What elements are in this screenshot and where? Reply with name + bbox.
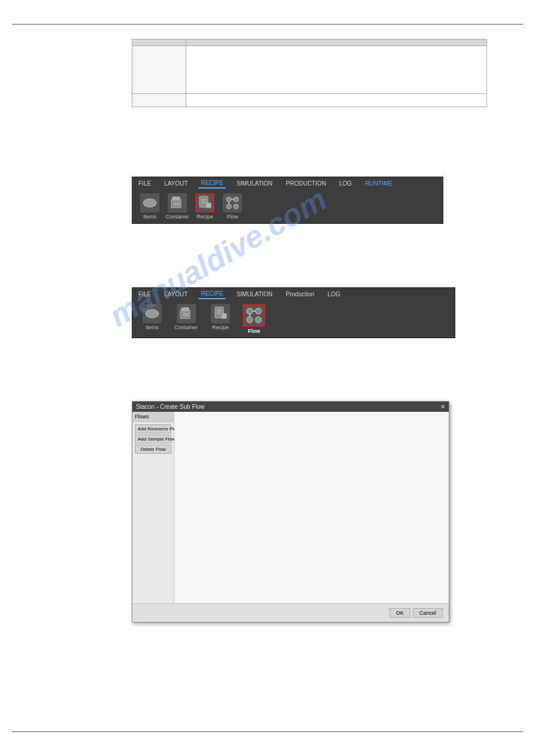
items-icon-1 [141, 195, 158, 211]
recipe-label-2: Recipe [212, 324, 229, 330]
svg-point-15 [234, 204, 238, 209]
container-icon-2 [178, 305, 195, 322]
delete-flow-button[interactable]: Delete Flow [135, 445, 171, 454]
toolbar-icon-flow-2[interactable]: Flow [238, 304, 270, 334]
dialog-action-row: OK Cancel [135, 606, 446, 620]
svg-point-18 [146, 309, 159, 318]
ok-button[interactable]: OK [389, 608, 410, 618]
container-label-2: Container [174, 324, 198, 330]
items-label-2: Items [146, 324, 159, 330]
toolbar-icons-2: Items Container [132, 300, 455, 338]
items-label-1: Items [143, 214, 156, 220]
table-row [132, 46, 487, 94]
flow-icon-2 [244, 305, 264, 326]
svg-point-0 [143, 199, 156, 207]
dialog-main [174, 412, 449, 603]
svg-point-33 [255, 317, 261, 323]
container-icon-box-1 [168, 193, 187, 212]
svg-rect-27 [222, 314, 226, 318]
menu-runtime-1[interactable]: RUNTIME [362, 179, 395, 188]
menu-recipe-2[interactable]: RECIPE [198, 289, 225, 299]
menu-log-2[interactable]: LOG [325, 290, 343, 299]
table-row [132, 94, 487, 107]
table-cell-label-1 [132, 46, 186, 94]
data-table [132, 39, 487, 107]
menu-layout-2[interactable]: LAYOUT [162, 290, 190, 299]
dialog-section: Stacon - Create Sub Flow ✕ Flows Add Res… [132, 401, 487, 623]
close-icon[interactable]: ✕ [440, 403, 445, 410]
cancel-button[interactable]: Cancel [413, 608, 443, 618]
dialog-title: Stacon - Create Sub Flow [136, 403, 205, 410]
items-icon-box-2 [143, 304, 162, 323]
container-icon-box-2 [177, 304, 196, 323]
top-rule [12, 24, 523, 25]
flow-icon-box-2 [243, 304, 265, 327]
flow-icon-box-1 [223, 193, 242, 212]
svg-point-13 [234, 197, 238, 202]
recipe-icon-box-1 [195, 193, 214, 212]
recipe-icon-1 [197, 195, 213, 211]
menu-layout-1[interactable]: LAYOUT [162, 179, 190, 188]
toolbar-icon-recipe-2[interactable]: Recipe [205, 304, 236, 330]
menubar-1: FILE LAYOUT RECIPE SIMULATION PRODUCTION… [132, 177, 443, 190]
svg-point-14 [226, 204, 231, 209]
svg-rect-1 [171, 199, 181, 208]
items-icon-2 [144, 305, 161, 322]
toolbar-icon-recipe-1[interactable]: Recipe [192, 193, 217, 220]
toolbar-image-2: FILE LAYOUT RECIPE SIMULATION Production… [132, 287, 455, 338]
toolbar-icon-flow-1[interactable]: Flow [220, 193, 245, 220]
dialog-titlebar: Stacon - Create Sub Flow ✕ [132, 402, 449, 412]
toolbar-icons-1: Items Container [132, 190, 443, 223]
recipe-icon-2 [212, 305, 229, 322]
menu-file-2[interactable]: FILE [136, 290, 153, 299]
table-cell-label-2 [132, 94, 186, 107]
toolbar-section-2: FILE LAYOUT RECIPE SIMULATION Production… [132, 287, 487, 338]
container-label-1: Container [165, 214, 189, 220]
svg-rect-20 [182, 308, 189, 311]
toolbar-icon-items-1[interactable]: Items [137, 193, 162, 220]
menu-simulation-1[interactable]: SIMULATION [234, 179, 275, 188]
menu-production-1[interactable]: PRODUCTION [283, 179, 328, 188]
dialog-body: Flows Add Resource Flow Add Sample Flow … [132, 412, 449, 603]
menu-log-1[interactable]: LOG [337, 179, 354, 188]
table-cell-content-2 [186, 94, 487, 107]
add-resource-flow-button[interactable]: Add Resource Flow [135, 424, 171, 433]
recipe-label-1: Recipe [197, 214, 213, 220]
menubar-2: FILE LAYOUT RECIPE SIMULATION Production… [132, 288, 455, 300]
dialog-window: Stacon - Create Sub Flow ✕ Flows Add Res… [132, 401, 449, 623]
svg-point-30 [247, 308, 253, 314]
toolbar-icon-items-2[interactable]: Items [137, 304, 167, 330]
recipe-icon-box-2 [211, 304, 230, 323]
table-col1-header [132, 40, 186, 46]
dialog-sidebar-header: Flows [132, 412, 174, 422]
dialog-footer: OK Cancel [132, 603, 449, 622]
table-section [132, 39, 487, 107]
svg-point-12 [226, 197, 231, 202]
add-sample-flow-button[interactable]: Add Sample Flow [135, 435, 171, 444]
toolbar-icon-container-2[interactable]: Container [170, 304, 202, 330]
container-icon-1 [169, 195, 186, 211]
menu-production-2[interactable]: Production [283, 290, 317, 299]
toolbar-icon-container-1[interactable]: Container [165, 193, 190, 220]
svg-rect-9 [206, 203, 211, 208]
bottom-rule [12, 731, 523, 732]
toolbar-section-1: FILE LAYOUT RECIPE SIMULATION PRODUCTION… [132, 177, 487, 224]
svg-point-31 [255, 308, 261, 314]
svg-rect-19 [180, 310, 190, 318]
dialog-sidebar: Flows Add Resource Flow Add Sample Flow … [132, 412, 174, 603]
items-icon-box-1 [140, 193, 159, 212]
dialog-buttons-left: Add Resource Flow Add Sample Flow Delete… [132, 422, 174, 456]
flow-icon-1 [224, 195, 241, 211]
svg-point-32 [247, 317, 253, 323]
toolbar-image-1: FILE LAYOUT RECIPE SIMULATION PRODUCTION… [132, 177, 443, 224]
table-col2-header [186, 40, 487, 46]
menu-file-1[interactable]: FILE [136, 179, 153, 188]
menu-recipe-1[interactable]: RECIPE [198, 178, 225, 189]
flow-label-1: Flow [226, 214, 238, 220]
table-cell-content-1 [186, 46, 487, 94]
svg-rect-2 [173, 197, 180, 200]
menu-simulation-2[interactable]: SIMULATION [234, 290, 275, 299]
flow-label-2: Flow [248, 328, 261, 334]
